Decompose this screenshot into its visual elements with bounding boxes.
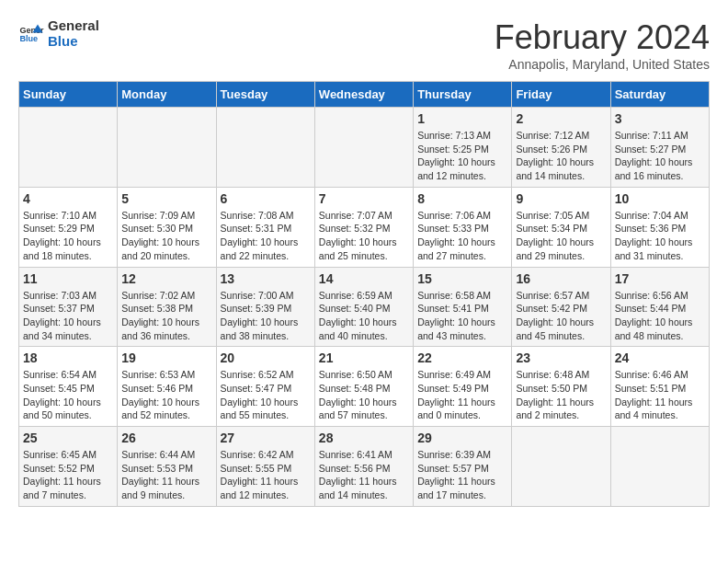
day-number: 28 [319,431,409,445]
day-number: 18 [23,350,113,365]
day-info: Sunrise: 6:58 AM Sunset: 5:41 PM Dayligh… [417,289,507,343]
day-info: Sunrise: 7:12 AM Sunset: 5:26 PM Dayligh… [516,129,606,183]
calendar-cell: 18Sunrise: 6:54 AM Sunset: 5:45 PM Dayli… [19,347,118,427]
day-info: Sunrise: 6:54 AM Sunset: 5:45 PM Dayligh… [23,368,113,422]
day-number: 26 [121,431,211,445]
week-row-1: 1Sunrise: 7:13 AM Sunset: 5:25 PM Daylig… [19,108,710,188]
day-number: 25 [23,431,113,445]
calendar-cell: 1Sunrise: 7:13 AM Sunset: 5:25 PM Daylig… [414,108,512,188]
day-info: Sunrise: 7:11 AM Sunset: 5:27 PM Dayligh… [615,129,705,183]
day-info: Sunrise: 7:04 AM Sunset: 5:36 PM Dayligh… [615,209,705,263]
day-header-saturday: Saturday [610,82,709,108]
day-number: 24 [615,350,705,365]
calendar-cell: 26Sunrise: 6:44 AM Sunset: 5:53 PM Dayli… [118,427,216,507]
logo-general: General [48,17,99,33]
day-info: Sunrise: 6:59 AM Sunset: 5:40 PM Dayligh… [319,289,409,343]
logo-icon: General Blue [18,21,44,47]
day-number: 11 [23,271,113,286]
calendar-cell: 7Sunrise: 7:07 AM Sunset: 5:32 PM Daylig… [314,187,413,267]
day-info: Sunrise: 6:44 AM Sunset: 5:53 PM Dayligh… [121,448,211,502]
day-info: Sunrise: 6:46 AM Sunset: 5:51 PM Dayligh… [615,368,705,422]
calendar-cell: 9Sunrise: 7:05 AM Sunset: 5:34 PM Daylig… [512,187,610,267]
calendar-cell: 6Sunrise: 7:08 AM Sunset: 5:31 PM Daylig… [216,187,314,267]
day-number: 15 [417,271,507,286]
day-number: 16 [516,271,606,286]
calendar-cell: 21Sunrise: 6:50 AM Sunset: 5:48 PM Dayli… [314,347,413,427]
day-info: Sunrise: 7:13 AM Sunset: 5:25 PM Dayligh… [417,129,507,183]
day-number: 27 [221,431,311,445]
header-row: SundayMondayTuesdayWednesdayThursdayFrid… [19,82,710,108]
day-header-monday: Monday [118,82,216,108]
day-info: Sunrise: 6:42 AM Sunset: 5:55 PM Dayligh… [221,448,311,502]
day-info: Sunrise: 7:06 AM Sunset: 5:33 PM Dayligh… [417,209,507,263]
day-number: 29 [417,431,507,445]
day-info: Sunrise: 6:53 AM Sunset: 5:46 PM Dayligh… [121,368,211,422]
day-info: Sunrise: 6:52 AM Sunset: 5:47 PM Dayligh… [221,368,311,422]
calendar-cell: 8Sunrise: 7:06 AM Sunset: 5:33 PM Daylig… [414,187,512,267]
calendar-table: SundayMondayTuesdayWednesdayThursdayFrid… [18,81,710,507]
day-number: 2 [516,111,606,126]
title-block: February 2024 Annapolis, Maryland, Unite… [495,18,710,72]
day-number: 12 [121,271,211,286]
calendar-cell [19,108,118,188]
day-number: 20 [221,350,311,365]
calendar-cell: 12Sunrise: 7:02 AM Sunset: 5:38 PM Dayli… [118,267,216,347]
calendar-cell: 11Sunrise: 7:03 AM Sunset: 5:37 PM Dayli… [19,267,118,347]
day-number: 23 [516,350,606,365]
day-info: Sunrise: 6:48 AM Sunset: 5:50 PM Dayligh… [516,368,606,422]
calendar-cell: 29Sunrise: 6:39 AM Sunset: 5:57 PM Dayli… [414,427,512,507]
day-number: 9 [516,191,606,206]
calendar-cell: 28Sunrise: 6:41 AM Sunset: 5:56 PM Dayli… [314,427,413,507]
calendar-cell: 24Sunrise: 6:46 AM Sunset: 5:51 PM Dayli… [610,347,709,427]
month-title: February 2024 [495,18,710,57]
day-info: Sunrise: 6:41 AM Sunset: 5:56 PM Dayligh… [319,448,409,502]
logo: General Blue General Blue General Blue [18,18,99,49]
day-info: Sunrise: 7:10 AM Sunset: 5:29 PM Dayligh… [23,209,113,263]
calendar-cell: 13Sunrise: 7:00 AM Sunset: 5:39 PM Dayli… [216,267,314,347]
day-number: 8 [417,191,507,206]
calendar-cell [216,108,314,188]
day-info: Sunrise: 7:02 AM Sunset: 5:38 PM Dayligh… [121,289,211,343]
day-number: 6 [221,191,311,206]
day-number: 17 [615,271,705,286]
day-info: Sunrise: 6:49 AM Sunset: 5:49 PM Dayligh… [417,368,507,422]
day-info: Sunrise: 7:00 AM Sunset: 5:39 PM Dayligh… [221,289,311,343]
day-info: Sunrise: 7:05 AM Sunset: 5:34 PM Dayligh… [516,209,606,263]
calendar-cell: 23Sunrise: 6:48 AM Sunset: 5:50 PM Dayli… [512,347,610,427]
day-header-friday: Friday [512,82,610,108]
calendar-cell: 4Sunrise: 7:10 AM Sunset: 5:29 PM Daylig… [19,187,118,267]
calendar-cell: 14Sunrise: 6:59 AM Sunset: 5:40 PM Dayli… [314,267,413,347]
week-row-5: 25Sunrise: 6:45 AM Sunset: 5:52 PM Dayli… [19,427,710,507]
calendar-cell: 19Sunrise: 6:53 AM Sunset: 5:46 PM Dayli… [118,347,216,427]
day-info: Sunrise: 7:03 AM Sunset: 5:37 PM Dayligh… [23,289,113,343]
day-info: Sunrise: 7:09 AM Sunset: 5:30 PM Dayligh… [121,209,211,263]
calendar-cell: 25Sunrise: 6:45 AM Sunset: 5:52 PM Dayli… [19,427,118,507]
calendar-cell: 16Sunrise: 6:57 AM Sunset: 5:42 PM Dayli… [512,267,610,347]
day-number: 4 [23,191,113,206]
calendar-cell: 20Sunrise: 6:52 AM Sunset: 5:47 PM Dayli… [216,347,314,427]
calendar-cell: 2Sunrise: 7:12 AM Sunset: 5:26 PM Daylig… [512,108,610,188]
day-info: Sunrise: 7:08 AM Sunset: 5:31 PM Dayligh… [221,209,311,263]
week-row-3: 11Sunrise: 7:03 AM Sunset: 5:37 PM Dayli… [19,267,710,347]
calendar-cell [314,108,413,188]
calendar-cell: 10Sunrise: 7:04 AM Sunset: 5:36 PM Dayli… [610,187,709,267]
week-row-2: 4Sunrise: 7:10 AM Sunset: 5:29 PM Daylig… [19,187,710,267]
day-number: 1 [417,111,507,126]
day-info: Sunrise: 7:07 AM Sunset: 5:32 PM Dayligh… [319,209,409,263]
day-number: 3 [615,111,705,126]
day-info: Sunrise: 6:45 AM Sunset: 5:52 PM Dayligh… [23,448,113,502]
day-number: 14 [319,271,409,286]
day-info: Sunrise: 6:56 AM Sunset: 5:44 PM Dayligh… [615,289,705,343]
day-header-wednesday: Wednesday [314,82,413,108]
day-info: Sunrise: 6:39 AM Sunset: 5:57 PM Dayligh… [417,448,507,502]
day-info: Sunrise: 6:57 AM Sunset: 5:42 PM Dayligh… [516,289,606,343]
svg-text:Blue: Blue [19,34,38,43]
calendar-cell: 27Sunrise: 6:42 AM Sunset: 5:55 PM Dayli… [216,427,314,507]
day-number: 7 [319,191,409,206]
location-title: Annapolis, Maryland, United States [495,57,710,72]
calendar-cell: 17Sunrise: 6:56 AM Sunset: 5:44 PM Dayli… [610,267,709,347]
day-header-sunday: Sunday [19,82,118,108]
calendar-cell: 5Sunrise: 7:09 AM Sunset: 5:30 PM Daylig… [118,187,216,267]
day-number: 21 [319,350,409,365]
calendar-cell [118,108,216,188]
